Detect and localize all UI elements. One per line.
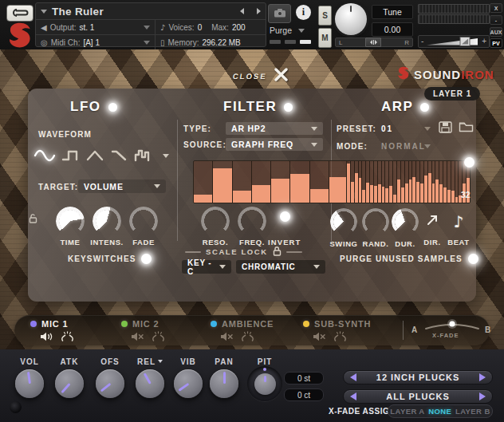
speaker-muted-icon[interactable] <box>131 330 144 345</box>
arp-direction-button[interactable]: DIR. <box>419 208 446 235</box>
square-wave-icon[interactable] <box>61 148 81 164</box>
graph-bar[interactable] <box>290 161 309 203</box>
prev-instrument-icon[interactable] <box>240 8 244 14</box>
graph-bar[interactable] <box>213 161 232 203</box>
purge-unused-samples-toggle[interactable]: PURGE UNUSED SAMPLES <box>340 254 478 264</box>
scale-select[interactable]: CHROMATIC <box>236 260 325 274</box>
filter-resonance-knob[interactable]: RESO. <box>201 207 230 235</box>
selector-prev-icon[interactable] <box>350 373 356 381</box>
graph-bar[interactable] <box>233 161 252 203</box>
mode-value[interactable]: NORMAL <box>381 142 426 151</box>
folder-icon[interactable] <box>459 121 474 136</box>
key-select[interactable]: KEY - C <box>182 260 231 274</box>
pitch-knob[interactable] <box>247 366 282 401</box>
speaker-muted-icon[interactable] <box>313 330 326 345</box>
wrench-button[interactable] <box>6 5 33 22</box>
arp-graph[interactable] <box>346 160 471 203</box>
purge-menu[interactable]: Purge <box>270 26 305 35</box>
vibrato-knob[interactable] <box>174 369 203 398</box>
invert-light[interactable] <box>280 211 290 222</box>
ramp-wave-icon[interactable] <box>111 148 128 164</box>
volume-slider[interactable]: - + <box>418 35 490 48</box>
chain-broken-icon[interactable] <box>61 330 74 345</box>
mic-label[interactable]: MIC 1 <box>41 319 68 329</box>
lfo-intensity-knob[interactable]: INTENS. <box>93 207 121 235</box>
mic-label[interactable]: AMBIENCE <box>222 319 274 329</box>
pan-slider[interactable]: L R <box>335 37 413 47</box>
close-overlay-button[interactable]: CLOSE <box>233 67 289 85</box>
filter-type-select[interactable]: AR HP2 <box>226 122 323 135</box>
pitch-cents-value[interactable]: 0 ct <box>284 388 324 401</box>
speaker-on-icon[interactable] <box>40 330 53 345</box>
tune-knob[interactable] <box>335 3 367 35</box>
graph-bar[interactable] <box>271 161 290 203</box>
filter-frequency-knob[interactable]: FREQ. <box>238 207 266 235</box>
arp-enable-light[interactable] <box>420 103 429 112</box>
release-knob[interactable] <box>136 369 164 398</box>
volume-knob[interactable] <box>15 369 44 398</box>
filter-graph[interactable] <box>193 160 348 203</box>
filter-enable-light[interactable] <box>284 103 293 112</box>
save-icon[interactable] <box>439 121 452 136</box>
keyswitches-toggle[interactable]: KEYSWITCHES <box>68 254 152 264</box>
offset-knob[interactable] <box>96 369 124 398</box>
xfade-assign-option-none[interactable]: NONE <box>428 407 451 416</box>
lfo-lock-icon[interactable] <box>29 212 37 227</box>
arp-graph-light[interactable] <box>464 157 474 168</box>
preset-caret-icon[interactable] <box>424 127 431 131</box>
scale-lock-icon[interactable] <box>273 246 282 258</box>
triangle-wave-icon[interactable] <box>86 148 105 164</box>
mic-label[interactable]: SUB-SYNTH <box>314 319 371 329</box>
pan-slider-handle[interactable] <box>365 37 381 47</box>
minimize-instrument-button[interactable]: - <box>490 15 502 25</box>
arp-duration-knob[interactable]: DUR. <box>392 208 419 235</box>
mute-button[interactable]: M <box>318 28 332 48</box>
preset-value[interactable]: 01 <box>381 124 393 133</box>
release-menu-caret-icon[interactable] <box>158 360 163 363</box>
solo-button[interactable]: S <box>318 6 332 26</box>
lfo-time-knob[interactable]: TIME <box>56 207 85 235</box>
close-x-icon[interactable] <box>274 67 289 85</box>
chain-broken-icon[interactable] <box>333 330 347 345</box>
graph-bar[interactable] <box>194 161 213 203</box>
selector-next-icon[interactable] <box>479 373 486 381</box>
purge-light[interactable] <box>468 254 478 264</box>
aux-button[interactable]: AUX <box>490 27 502 37</box>
title-dropdown-icon[interactable] <box>41 10 47 14</box>
snapshot-camera-button[interactable] <box>268 4 291 23</box>
mic-label[interactable]: MIC 2 <box>132 319 159 329</box>
arp-swing-knob[interactable]: SWING <box>330 208 357 235</box>
mode-caret-icon[interactable] <box>424 144 431 148</box>
output-select[interactable]: ◀ Output: st. 1 <box>36 20 156 34</box>
lfo-target-select[interactable]: VOLUME <box>78 179 166 193</box>
tune-value-box[interactable]: 0.00 <box>372 22 413 37</box>
volume-plus-label[interactable]: + <box>482 36 486 46</box>
speaker-muted-icon[interactable] <box>220 330 234 345</box>
next-instrument-icon[interactable] <box>257 8 261 14</box>
close-instrument-button[interactable]: X <box>490 3 502 13</box>
arp-random-knob[interactable]: RAND. <box>362 208 389 235</box>
selector-prev-icon[interactable] <box>350 392 356 400</box>
arp-beat-button[interactable]: ♪ BEAT <box>445 208 472 235</box>
xfade-assign-option-layer-b[interactable]: LAYER B <box>455 407 490 416</box>
preset-bank-selector[interactable]: ALL PLUCKS <box>343 389 493 404</box>
random-wave-icon[interactable] <box>134 148 155 164</box>
keyswitches-light[interactable] <box>141 254 152 264</box>
filter-source-select[interactable]: GRAPH FREQ <box>226 138 323 151</box>
selector-next-icon[interactable] <box>479 392 486 400</box>
xfade-assign-option-layer-a[interactable]: LAYER A <box>390 407 424 416</box>
graph-bar[interactable] <box>252 161 271 203</box>
midi-channel-select[interactable]: ◎ Midi Ch: [A] 1 <box>36 35 156 49</box>
waveform-menu-caret-icon[interactable] <box>163 154 169 158</box>
chain-broken-icon[interactable] <box>241 330 254 345</box>
pan-knob[interactable] <box>210 369 238 398</box>
graph-bar[interactable] <box>329 161 348 203</box>
pv-button[interactable]: PV <box>490 38 502 48</box>
articulation-selector[interactable]: 12 INCH PLUCKS <box>343 370 493 385</box>
attack-knob[interactable] <box>55 369 84 398</box>
chain-broken-icon[interactable] <box>152 330 165 345</box>
lfo-enable-light[interactable] <box>108 103 117 112</box>
graph-bar[interactable] <box>310 161 329 203</box>
sine-wave-icon[interactable] <box>33 148 56 164</box>
lfo-fade-knob[interactable]: FADE <box>129 207 158 235</box>
